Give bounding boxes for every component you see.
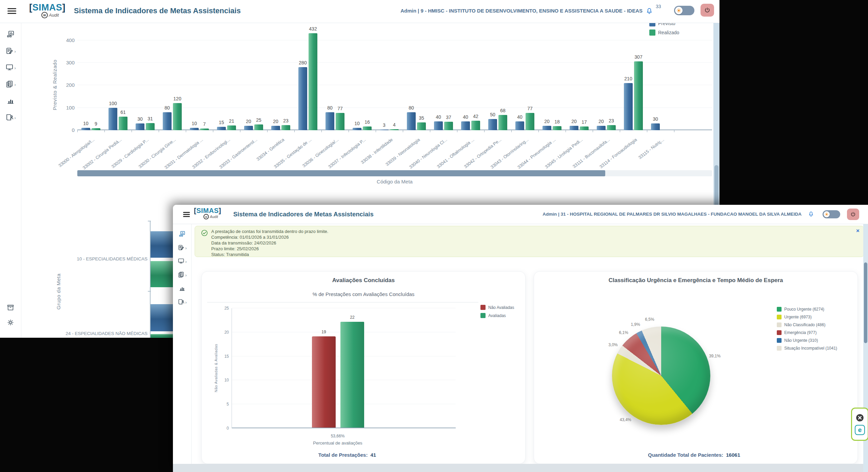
footer-label: Quantidade Total de Pacientes: bbox=[648, 452, 723, 458]
bar-realizado bbox=[146, 123, 155, 130]
logout-power-button[interactable] bbox=[701, 4, 714, 17]
axis-tick bbox=[148, 291, 151, 292]
menu-icon[interactable] bbox=[183, 212, 190, 217]
bar-value-label: 23 bbox=[604, 118, 619, 123]
chart-h-scrollbar-thumb[interactable] bbox=[77, 170, 605, 176]
sidebar-item-clipboard-edit[interactable]: › bbox=[178, 244, 187, 252]
legend-item: Emergência (977) bbox=[777, 330, 837, 335]
bar-value-label: 307 bbox=[631, 54, 646, 60]
sidebar-item-monitor[interactable]: › bbox=[5, 63, 16, 73]
page-title: Sistema de Indicadores de Metas Assisten… bbox=[74, 6, 241, 15]
y-axis-title: Previsto & Realizado bbox=[51, 39, 58, 131]
bar-avaliadas bbox=[340, 322, 364, 428]
sidebar-item-directory[interactable]: › bbox=[5, 113, 16, 123]
sidebar-item-archive[interactable] bbox=[7, 304, 14, 313]
legend-item: Realizado bbox=[649, 29, 679, 36]
logo-text: SIMAS bbox=[196, 207, 219, 214]
x-axis-label: 33041 - Oftalmologia ... bbox=[416, 137, 475, 185]
group-category-label: 24 - ESPECIALIDADES NÃO MÉDICAS bbox=[51, 331, 147, 336]
group-category-label: 10 - ESPECIALIDADES MÉDICAS bbox=[61, 256, 147, 261]
chevron-right-icon: › bbox=[15, 82, 16, 87]
sidebar-item-settings[interactable] bbox=[7, 319, 14, 328]
y-tick-label: 25 bbox=[217, 306, 229, 311]
bar-realizado bbox=[92, 128, 100, 130]
bar-value-label: 35 bbox=[414, 115, 429, 121]
bar-value-label: 19 bbox=[316, 330, 332, 334]
logo-bracket: ] bbox=[62, 2, 66, 13]
bar-previsto bbox=[81, 128, 90, 130]
x-axis-line bbox=[232, 428, 456, 428]
x-axis-label: 33000 - Alergologia/I... bbox=[36, 137, 96, 185]
chevron-right-icon: › bbox=[15, 116, 16, 120]
bar-value-label: 9 bbox=[88, 121, 104, 126]
legend-item: Urgente (6973) bbox=[777, 315, 837, 319]
alert-line: Prazo limite: 25/02/2026 bbox=[211, 246, 328, 252]
legend-label: Realizado bbox=[658, 30, 679, 35]
logo-text: SIMAS bbox=[33, 2, 62, 13]
group-chart-y-title: Grupo da Meta bbox=[55, 253, 62, 331]
bottom-strip bbox=[173, 464, 868, 472]
bar-value-label: 42 bbox=[468, 114, 484, 119]
close-icon[interactable] bbox=[855, 413, 864, 422]
x-axis-label: 33029 - Cardiologia P... bbox=[91, 137, 150, 185]
sidebar-item-bar-chart[interactable] bbox=[179, 285, 185, 293]
alert-close-button[interactable]: × bbox=[856, 228, 860, 234]
sidebar-item-bar-chart[interactable] bbox=[6, 97, 15, 106]
pie-percentage-label: 1,9% bbox=[626, 322, 645, 327]
bar-previsto bbox=[271, 126, 280, 130]
y-tick-label: 300 bbox=[60, 60, 75, 65]
chart-h-scrollbar[interactable] bbox=[77, 170, 712, 176]
card-subtitle: % de Prestações com Avaliações Concluída… bbox=[202, 291, 525, 297]
bar-previsto bbox=[326, 112, 334, 130]
back-sidebar-bottom bbox=[0, 304, 21, 338]
sidebar-item-dashboard[interactable] bbox=[179, 231, 185, 239]
avaliacoes-bar-chart: 1922 bbox=[232, 308, 456, 428]
bar-value-label: 17 bbox=[576, 119, 592, 125]
pie-percentage-label: 6,5% bbox=[640, 317, 659, 322]
alert-text: A prestação de contas foi transmitida de… bbox=[211, 229, 328, 257]
sidebar-item-dashboard[interactable] bbox=[6, 30, 15, 40]
legend-swatch bbox=[480, 313, 486, 318]
notifications-bell-icon[interactable] bbox=[645, 6, 653, 17]
x-axis-label: 33002 - Cirurgia Pediá... bbox=[63, 137, 123, 185]
page-title: Sistema de Indicadores de Metas Assisten… bbox=[233, 211, 374, 218]
dashboard-icon bbox=[6, 30, 15, 40]
eset-logo-icon[interactable]: e bbox=[855, 425, 865, 435]
bar-realizado bbox=[200, 129, 209, 130]
y-tick-label: 100 bbox=[60, 105, 75, 111]
bar-previsto bbox=[461, 121, 470, 131]
chevron-right-icon: › bbox=[15, 49, 16, 54]
x-axis-label: 33035 - Gestação de ... bbox=[253, 137, 313, 185]
sidebar-item-reports[interactable]: › bbox=[5, 80, 16, 90]
bar-value-label: 77 bbox=[522, 106, 538, 111]
alert-line: Competência: 01/01/2026 a 31/01/2026 bbox=[211, 234, 328, 240]
bar-value-label: 7 bbox=[197, 121, 212, 127]
alert-line: Status: Transmitida bbox=[211, 252, 328, 257]
theme-toggle[interactable] bbox=[823, 210, 840, 218]
sidebar-item-reports[interactable]: › bbox=[178, 271, 187, 279]
legend-swatch bbox=[777, 330, 782, 335]
legend-item: Não Classificado (486) bbox=[777, 322, 837, 327]
x-axis-label: 33040 - Neurologia Cl... bbox=[389, 137, 448, 185]
legend-label: Não Urgente (310) bbox=[784, 338, 818, 343]
sidebar-item-clipboard-edit[interactable]: › bbox=[5, 47, 16, 56]
notifications-bell-icon[interactable] bbox=[808, 210, 814, 219]
legend-swatch bbox=[649, 29, 655, 36]
front-v-scrollbar-thumb[interactable] bbox=[864, 262, 867, 343]
logo-bracket: [ bbox=[29, 2, 33, 13]
legend-item: Não Urgente (310) bbox=[777, 338, 837, 343]
legend-swatch bbox=[777, 346, 782, 351]
logout-power-button[interactable] bbox=[847, 209, 859, 220]
x-axis-label: 33044 - Pneumologia ... bbox=[497, 137, 557, 185]
foreground-window: [SIMAS] w Audit Sistema de Indicadores d… bbox=[173, 205, 868, 472]
sidebar-item-monitor[interactable]: › bbox=[178, 258, 187, 266]
y-tick-label: 400 bbox=[60, 37, 75, 43]
bar-value-label: 23 bbox=[278, 118, 294, 123]
bar-previsto bbox=[515, 121, 524, 131]
y-tick-label: 0 bbox=[217, 426, 229, 431]
bar-value-label: 4 bbox=[387, 122, 402, 127]
bar-value-label: 31 bbox=[142, 116, 158, 121]
sidebar-item-directory[interactable]: › bbox=[178, 298, 187, 307]
theme-toggle[interactable] bbox=[674, 6, 694, 15]
menu-icon[interactable] bbox=[7, 8, 16, 14]
